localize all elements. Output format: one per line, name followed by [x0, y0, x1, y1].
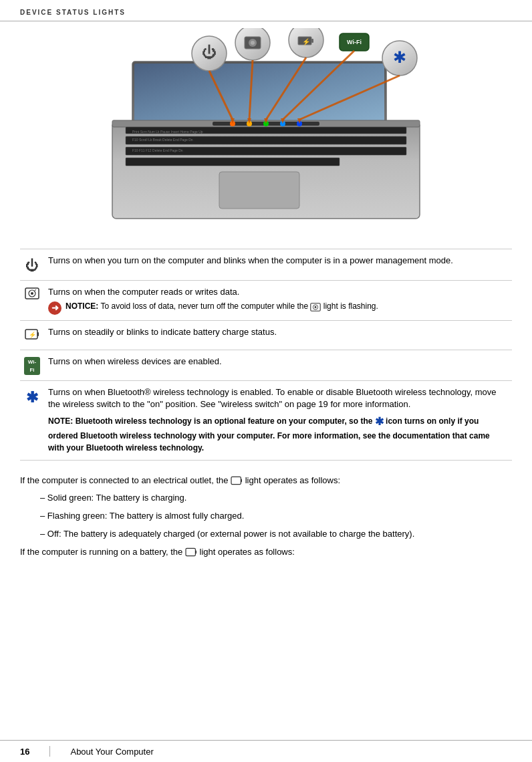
wifi-description: Turns on when wireless devices are enabl…: [44, 350, 512, 380]
section-title: DEVICE STATUS LIGHTS: [20, 9, 126, 16]
wifi-icon-cell: Wi-Fi: [20, 350, 44, 380]
page-footer: 16 About Your Computer: [0, 740, 532, 762]
body-text-section: If the computer is connected to an elect…: [0, 467, 532, 570]
svg-text:✱: ✱: [393, 48, 406, 66]
svg-rect-4: [219, 172, 299, 209]
page-header: DEVICE STATUS LIGHTS: [0, 0, 532, 21]
body-bullet-2: – Flashing green: The battery is almost …: [20, 509, 512, 523]
body-bullet-3: – Off: The battery is adequately charged…: [20, 527, 512, 541]
svg-rect-54: [186, 549, 195, 556]
notice-box: ➜ NOTICE: To avoid loss of data, never t…: [48, 301, 508, 315]
table-row: Turns on when the computer reads or writ…: [20, 281, 512, 321]
power-icon: ⏻: [25, 258, 39, 273]
table-row: ⚡ Turns on steadily or blinks to indicat…: [20, 321, 512, 350]
svg-point-23: [251, 41, 255, 45]
battery-icon: ⚡: [25, 328, 39, 341]
svg-text:F10         Scroll Lk  Break  : F10 Scroll Lk Break Delete End Page Dn: [132, 138, 193, 142]
status-table-section: ⏻ Turns on when you turn on the computer…: [0, 235, 532, 467]
bluetooth-note: NOTE: Bluetooth wireless technology is a…: [48, 414, 508, 454]
table-row: ✱ Turns on when Bluetooth® wireless tech…: [20, 380, 512, 460]
body-bullet-1: – Solid green: The battery is charging.: [20, 491, 512, 505]
footer-title: About Your Computer: [70, 747, 153, 757]
svg-text:Wi-Fi: Wi-Fi: [347, 39, 362, 45]
battery-description: Turns on steadily or blinks to indicate …: [44, 321, 512, 350]
svg-rect-55: [195, 551, 196, 554]
battery-icon-cell: ⚡: [20, 321, 44, 350]
svg-rect-52: [231, 477, 241, 484]
svg-text:⏻: ⏻: [202, 44, 217, 61]
laptop-diagram-svg: Print Scrn Num Lk Pause Insert Home Page…: [92, 28, 440, 222]
svg-line-45: [35, 289, 36, 291]
power-icon-cell: ⏻: [20, 249, 44, 281]
hdd-icon: [25, 287, 39, 299]
table-row: ⏻ Turns on when you turn on the computer…: [20, 249, 512, 281]
hdd-icon-inline: [310, 303, 321, 311]
notice-icon: ➜: [48, 301, 61, 315]
bluetooth-icon-cell: ✱: [20, 380, 44, 460]
svg-text:Print Scrn   Num Lk   Pause   : Print Scrn Num Lk Pause Insert Home Page…: [132, 130, 203, 134]
power-description: Turns on when you turn on the computer a…: [44, 249, 512, 281]
svg-text:⚡: ⚡: [29, 331, 37, 339]
hdd-description: Turns on when the computer reads or writ…: [44, 281, 512, 321]
svg-rect-53: [241, 479, 242, 483]
bluetooth-icon: ✱: [26, 389, 38, 406]
svg-text:F10          F11         F12  : F10 F11 F12 Delete End Page Dn: [132, 148, 183, 152]
svg-point-48: [315, 306, 317, 308]
hdd-icon-cell: [20, 281, 44, 321]
battery-icon-body: [231, 475, 243, 486]
bluetooth-icon-inline: ✱: [375, 416, 384, 427]
bluetooth-description: Turns on when Bluetooth® wireless techno…: [44, 380, 512, 460]
svg-rect-50: [37, 332, 39, 336]
status-table: ⏻ Turns on when you turn on the computer…: [20, 249, 512, 461]
svg-text:⚡: ⚡: [302, 37, 311, 46]
footer-separator: [49, 746, 50, 757]
body-paragraph-1: If the computer is connected to an elect…: [20, 474, 512, 488]
svg-rect-8: [126, 158, 340, 166]
svg-rect-26: [311, 39, 313, 43]
wifi-badge-icon: Wi-Fi: [24, 357, 40, 374]
hero-illustration: Print Scrn Num Lk Pause Insert Home Page…: [0, 21, 532, 235]
footer-page-number: 16: [20, 747, 29, 757]
table-row: Wi-Fi Turns on when wireless devices are…: [20, 350, 512, 380]
svg-point-44: [31, 292, 33, 295]
body-paragraph-2: If the computer is running on a battery,…: [20, 545, 512, 559]
battery-icon-body-2: [185, 547, 197, 557]
notice-text: NOTICE: To avoid loss of data, never tur…: [65, 301, 378, 312]
svg-rect-2: [134, 64, 384, 123]
